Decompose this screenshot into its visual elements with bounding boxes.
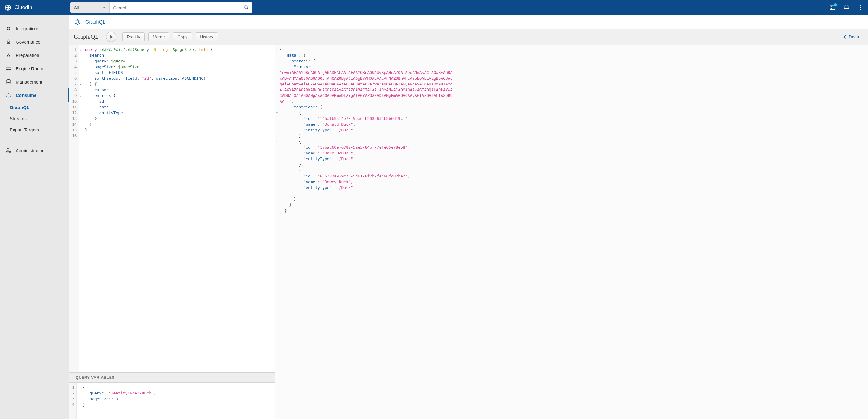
svg-point-15 (8, 53, 9, 54)
play-icon (110, 35, 113, 39)
svg-point-22 (7, 80, 10, 81)
sidebar-item-governance[interactable]: Governance (0, 35, 69, 49)
query-variables-header[interactable]: QUERY VARIABLES (69, 372, 275, 383)
sidebar: IntegrationsGovernancePreparationEngine … (0, 15, 69, 419)
svg-rect-18 (6, 67, 8, 68)
sidebar-item-label: Integrations (16, 26, 39, 31)
svg-point-1 (245, 6, 247, 8)
graphiql-logo: GraphiQL (74, 33, 99, 40)
svg-point-6 (860, 5, 861, 6)
sidebar-item-label: Preparation (16, 53, 39, 58)
sidebar-item-management[interactable]: Management (0, 75, 69, 88)
merge-button[interactable]: Merge (148, 32, 169, 41)
breadcrumb: GraphQL (69, 15, 868, 29)
sidebar-item-label: Engine Room (16, 66, 43, 71)
brand-logo[interactable]: CluedIn (4, 4, 65, 11)
nav-icon (5, 52, 11, 58)
graphiql-toolbar: GraphiQL Prettify Merge Copy History Doc… (69, 29, 868, 45)
svg-point-28 (8, 97, 9, 97)
admin-icon (5, 147, 11, 153)
nav-icon (5, 25, 11, 31)
svg-point-25 (10, 94, 10, 94)
nav-icon (5, 65, 11, 71)
sidebar-item-integrations[interactable]: Integrations (0, 22, 69, 35)
variables-editor[interactable]: 1234 { "query": "+entityType:/Duck", "pa… (69, 383, 275, 419)
execute-button[interactable] (106, 32, 116, 42)
svg-point-24 (6, 94, 7, 94)
svg-rect-20 (6, 69, 9, 70)
result-pane[interactable]: ▾▾▾▾▾▾▾ { "data": { "search": { "cursor"… (275, 45, 868, 419)
global-search: All (70, 2, 252, 13)
svg-point-8 (860, 9, 861, 10)
sidebar-item-preparation[interactable]: Preparation (0, 49, 69, 62)
copy-button[interactable]: Copy (173, 32, 192, 41)
header-actions (829, 4, 864, 11)
svg-point-27 (10, 96, 10, 97)
sidebar-item-consume[interactable]: Consume (0, 88, 69, 102)
sidebar-item-label: Management (16, 79, 42, 85)
svg-point-4 (831, 6, 832, 7)
svg-rect-21 (9, 69, 11, 70)
svg-point-26 (6, 96, 7, 97)
svg-point-29 (7, 148, 9, 150)
app-header: CluedIn All (0, 0, 868, 15)
main-content: GraphQL GraphiQL Prettify Merge Copy His… (69, 15, 868, 419)
prettify-button[interactable]: Prettify (122, 32, 145, 41)
breadcrumb-title: GraphQL (85, 19, 105, 25)
cluedin-logo-icon (4, 4, 11, 11)
svg-point-14 (8, 42, 9, 43)
nav-icon (5, 39, 11, 45)
svg-rect-19 (8, 67, 10, 68)
search-category-label: All (74, 5, 79, 10)
status-indicator-dot (834, 3, 837, 6)
nav-icon (5, 92, 11, 98)
search-icon (244, 5, 249, 10)
docs-button[interactable]: Docs (839, 29, 863, 45)
notifications-icon[interactable] (843, 4, 850, 11)
svg-point-16 (7, 56, 8, 57)
svg-point-23 (8, 93, 9, 94)
brand-name: CluedIn (14, 4, 32, 10)
sidebar-subitem-export-targets[interactable]: Export Targets (0, 124, 69, 135)
svg-point-17 (9, 56, 10, 57)
svg-point-31 (77, 19, 79, 20)
history-button[interactable]: History (195, 32, 218, 41)
sidebar-item-label: Governance (16, 39, 40, 44)
graphql-page-icon (74, 19, 81, 25)
search-button[interactable] (241, 2, 252, 13)
svg-point-5 (831, 8, 832, 9)
chevron-left-icon (843, 35, 847, 39)
sidebar-item-engine-room[interactable]: Engine Room (0, 62, 69, 75)
server-status-icon[interactable] (829, 4, 836, 11)
svg-point-7 (860, 7, 861, 8)
more-menu-icon[interactable] (857, 4, 864, 11)
sidebar-subitem-graphql[interactable]: GraphQL (0, 102, 69, 113)
search-category-dropdown[interactable]: All (70, 2, 110, 13)
sidebar-item-administration[interactable]: Administration (0, 144, 69, 157)
nav-icon (5, 79, 11, 85)
sidebar-subitem-streams[interactable]: Streams (0, 113, 69, 124)
chevron-down-icon (102, 6, 105, 9)
search-input[interactable] (110, 2, 241, 13)
query-editor[interactable]: 1▾234567▾89▾10111213141516 query searchE… (69, 45, 275, 372)
sidebar-item-label: Consume (16, 93, 36, 98)
sidebar-item-label: Administration (16, 148, 44, 153)
